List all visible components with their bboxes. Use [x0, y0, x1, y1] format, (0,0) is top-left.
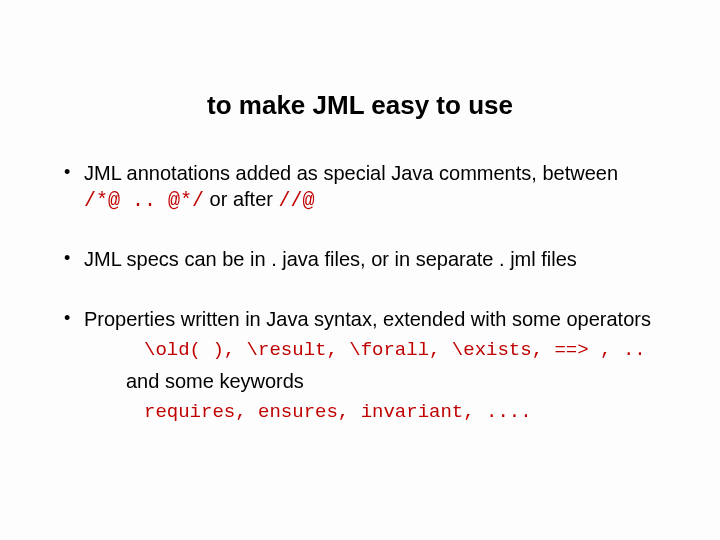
bullet-1-code-2: //@	[279, 189, 315, 212]
slide-title: to make JML easy to use	[50, 90, 670, 121]
bullet-list: JML annotations added as special Java co…	[50, 161, 670, 425]
bullet-3-code-1: \old( ), \result, \forall, \exists, ==> …	[84, 338, 670, 362]
bullet-2-text: JML specs can be in . java files, or in …	[84, 248, 577, 270]
slide: to make JML easy to use JML annotations …	[0, 0, 720, 540]
bullet-3-code-2: requires, ensures, invariant, ....	[84, 400, 670, 424]
bullet-3: Properties written in Java syntax, exten…	[50, 307, 670, 425]
bullet-1: JML annotations added as special Java co…	[50, 161, 670, 213]
bullet-1-text-b: or after	[204, 188, 278, 210]
bullet-1-text-a: JML annotations added as special Java co…	[84, 162, 618, 184]
bullet-3-text-2: and some keywords	[84, 369, 670, 395]
bullet-3-text-1: Properties written in Java syntax, exten…	[84, 308, 651, 330]
bullet-1-code-1: /*@ .. @*/	[84, 189, 204, 212]
bullet-2: JML specs can be in . java files, or in …	[50, 247, 670, 273]
